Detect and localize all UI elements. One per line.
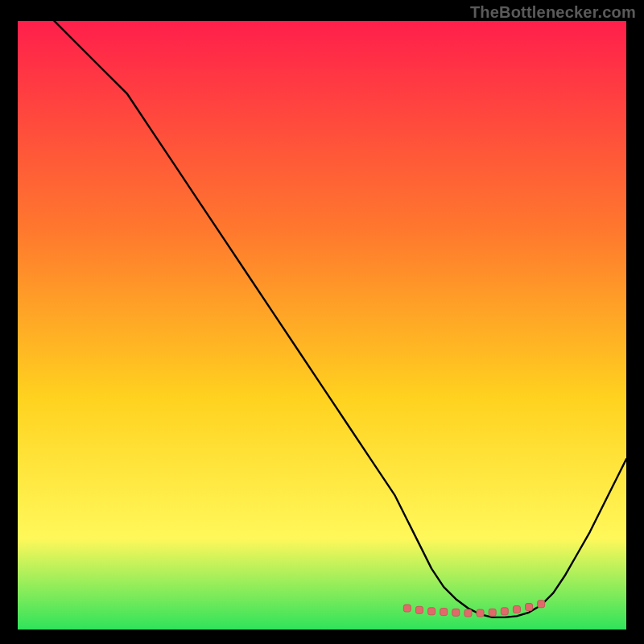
- curve-marker: [428, 608, 436, 615]
- curve-marker: [538, 601, 545, 608]
- chart-frame: TheBottlenecker.com: [0, 0, 644, 644]
- curve-marker: [464, 609, 472, 617]
- curve-marker: [513, 606, 520, 613]
- curve-marker: [403, 605, 411, 612]
- plot-area: [18, 21, 626, 630]
- curve-marker: [501, 608, 508, 615]
- watermark-text: TheBottlenecker.com: [470, 3, 636, 22]
- curve-marker: [526, 604, 533, 611]
- curve-marker: [415, 606, 423, 613]
- bottleneck-chart: [18, 21, 626, 630]
- gradient-background: [18, 21, 626, 630]
- curve-marker: [489, 609, 496, 616]
- curve-marker: [477, 609, 484, 617]
- curve-marker: [452, 609, 460, 616]
- curve-marker: [440, 609, 448, 616]
